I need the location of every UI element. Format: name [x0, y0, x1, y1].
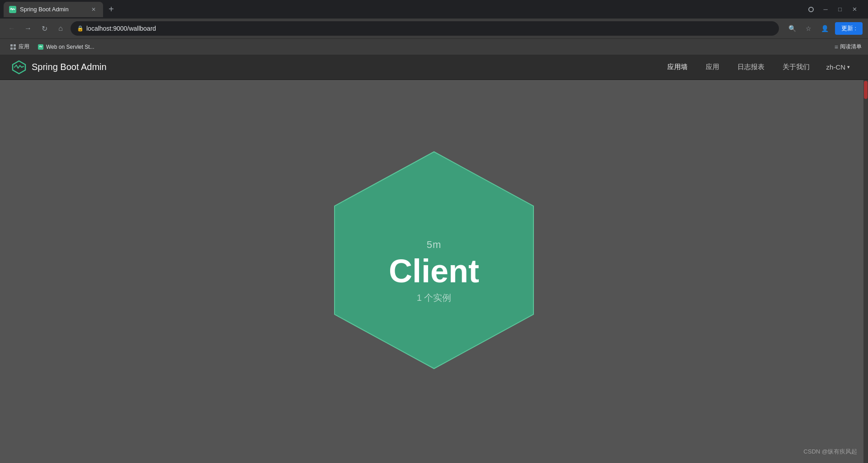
refresh-button[interactable]: ↻: [38, 22, 51, 35]
reading-list-label: 阅读清单: [840, 43, 862, 51]
apps-favicon: [10, 44, 16, 50]
app-card-container[interactable]: 5m Client 1 个实例: [326, 147, 542, 396]
main-nav: 应用墙 应用 日志报表 关于我们 zh-CN ▾: [658, 59, 857, 75]
tab-close-button[interactable]: ✕: [90, 5, 98, 14]
bookmarks-bar: 应用 Web on Servlet St... ≡ 阅读清单: [0, 38, 868, 55]
search-icon-button[interactable]: 🔍: [786, 22, 799, 35]
svg-rect-3: [14, 47, 16, 50]
close-window-button[interactable]: ✕: [848, 3, 861, 16]
reading-list-button[interactable]: ≡ 阅读清单: [835, 43, 862, 51]
right-scrollbar[interactable]: [863, 80, 868, 463]
profile-button[interactable]: 👤: [819, 22, 831, 35]
hex-app-name: Client: [389, 253, 479, 289]
tab-bar: Spring Boot Admin ✕ + ─ □ ✕: [0, 0, 868, 19]
language-label: zh-CN: [826, 63, 845, 71]
svg-rect-0: [10, 44, 13, 47]
brand-title: Spring Boot Admin: [32, 62, 107, 72]
url-text: localhost:9000/wallboard: [86, 25, 773, 32]
svg-rect-2: [10, 47, 13, 50]
lock-icon: 🔒: [77, 25, 84, 32]
brand: Spring Boot Admin: [11, 59, 107, 75]
brand-logo: [11, 59, 27, 75]
active-tab[interactable]: Spring Boot Admin ✕: [4, 2, 103, 17]
svg-rect-1: [14, 44, 16, 47]
language-selector[interactable]: zh-CN ▾: [819, 60, 857, 75]
address-input[interactable]: 🔒 localhost:9000/wallboard: [71, 21, 779, 36]
hex-text-group: 5m Client 1 个实例: [389, 239, 479, 304]
forward-button[interactable]: →: [22, 22, 34, 35]
maximize-button[interactable]: □: [834, 3, 846, 16]
bookmark-web-servlet-label: Web on Servlet St...: [46, 44, 94, 50]
back-button[interactable]: ←: [5, 22, 18, 35]
nav-log-report[interactable]: 日志报表: [728, 59, 774, 75]
web-favicon: [38, 44, 44, 50]
minimize-button[interactable]: ─: [819, 3, 832, 16]
update-button[interactable]: 更新 :: [835, 22, 863, 35]
reading-list-icon: ≡: [835, 43, 838, 51]
bookmark-web-servlet[interactable]: Web on Servlet St...: [34, 42, 98, 52]
scrollbar-thumb: [864, 81, 868, 99]
home-button[interactable]: ⌂: [54, 22, 67, 35]
address-right-controls: 🔍 ☆ 👤 更新 :: [786, 22, 863, 35]
new-tab-button[interactable]: +: [105, 3, 118, 16]
hex-uptime: 5m: [427, 239, 442, 251]
bookmark-apps-label: 应用: [19, 43, 29, 51]
app-navbar: Spring Boot Admin 应用墙 应用 日志报表 关于我们 zh-CN…: [0, 55, 868, 80]
tab-favicon: [9, 6, 16, 13]
main-content: 5m Client 1 个实例 CSDN @纵有疾风起: [0, 80, 868, 463]
bookmark-star-button[interactable]: ☆: [802, 22, 815, 35]
tab-title: Spring Boot Admin: [20, 6, 86, 13]
hexagon-shape: 5m Client 1 个实例: [326, 147, 542, 396]
record-indicator: [805, 3, 817, 16]
chevron-down-icon: ▾: [847, 64, 850, 70]
bookmark-apps[interactable]: 应用: [6, 41, 33, 52]
footer-credit: CSDN @纵有疾风起: [803, 448, 857, 456]
address-bar: ← → ↻ ⌂ 🔒 localhost:9000/wallboard 🔍 ☆ 👤…: [0, 19, 868, 38]
nav-applications[interactable]: 应用: [697, 59, 728, 75]
nav-about[interactable]: 关于我们: [774, 59, 819, 75]
browser-chrome: Spring Boot Admin ✕ + ─ □ ✕ ← → ↻ ⌂ 🔒 lo…: [0, 0, 868, 55]
hex-instances: 1 个实例: [417, 292, 452, 304]
window-controls: ─ □ ✕: [805, 3, 864, 16]
nav-wallboard[interactable]: 应用墙: [658, 59, 697, 75]
